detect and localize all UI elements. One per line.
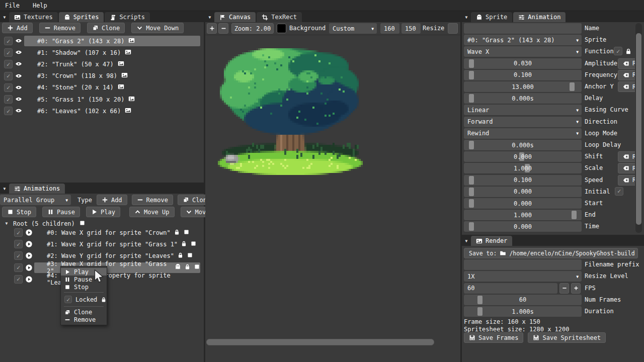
end-slider[interactable]: 1.000 — [464, 210, 582, 220]
play-all-button[interactable]: Play — [86, 207, 120, 217]
animation-row-4[interactable]: #4: Position Y property for sprite "Leav… — [34, 274, 200, 285]
animation-row-2[interactable]: #2: Wave Y grid for sprite "Leaves" — [34, 250, 200, 261]
direction-select[interactable]: Forward▼ — [464, 117, 582, 127]
remove-animation-button[interactable]: Remove — [132, 195, 173, 205]
canvas-horizontal-scrollbar[interactable] — [206, 339, 434, 345]
tab-textures[interactable]: Textures — [9, 12, 58, 22]
context-menu-stop[interactable]: Stop — [61, 283, 107, 291]
canvas-collapse-arrow[interactable]: ▼ — [205, 12, 214, 22]
zoom-level-button[interactable]: Zoom: 2.00 — [231, 23, 274, 34]
play-circle-icon[interactable] — [25, 229, 33, 236]
context-menu-locked[interactable]: ✓Locked — [61, 294, 107, 305]
anchor-y-slider[interactable]: 13.000 — [464, 81, 582, 92]
background-mode-select[interactable]: Custom▼ — [329, 23, 377, 34]
sprite-visible-checkbox[interactable]: ✓ — [4, 37, 13, 45]
sprites-collapse-arrow[interactable]: ▼ — [0, 12, 9, 22]
function-select[interactable]: Wave X▼ — [464, 46, 582, 57]
context-menu-clone[interactable]: Clone — [61, 308, 107, 316]
play-circle-icon[interactable] — [25, 264, 33, 272]
time-slider[interactable]: 0.000 — [464, 221, 582, 232]
animation-type-select[interactable]: Parallel Group▼ — [0, 195, 71, 205]
zoom-in-button[interactable] — [207, 23, 217, 34]
reset-button[interactable]: Reset — [618, 81, 635, 92]
function-locked-checkbox[interactable]: ✓ — [614, 47, 622, 55]
sprite-visible-checkbox[interactable]: ✓ — [4, 83, 13, 92]
eye-icon[interactable] — [15, 72, 22, 79]
animation-enabled-checkbox[interactable]: ✓ — [14, 240, 23, 248]
animation-row-3[interactable]: #3: Wave X grid for sprite "Grass 2" — [34, 262, 200, 273]
sprite-select[interactable]: #0: "Grass 2" (143 x 28)▼ — [464, 35, 582, 45]
resize-level-select[interactable]: 1X▼ — [464, 271, 582, 282]
locked-checkbox[interactable]: ✓ — [64, 296, 72, 303]
animation-row-1[interactable]: #1: Wave X grid for sprite "Grass 1" — [34, 239, 200, 249]
animation-enabled-checkbox[interactable]: ✓ — [14, 228, 23, 237]
play-circle-icon[interactable] — [25, 276, 33, 283]
play-circle-icon[interactable] — [25, 252, 33, 259]
filename-prefix-input[interactable] — [464, 259, 582, 270]
initial-slider[interactable]: 0.000 — [464, 187, 582, 197]
fps-input[interactable]: 60 — [464, 283, 557, 294]
inspector-scrollbar-thumb[interactable] — [636, 33, 641, 225]
sprite-visible-checkbox[interactable]: ✓ — [4, 60, 13, 68]
sprite-row-4[interactable]: #4: "Stone" (20 x 14) — [24, 82, 200, 93]
move-down-button[interactable]: Move Down — [131, 23, 184, 33]
sprite-row-0[interactable]: #0: "Grass 2" (143 x 28) — [24, 36, 200, 46]
speed-slider[interactable]: 0.100 — [464, 175, 582, 186]
pause-all-button[interactable]: Pause — [42, 207, 80, 217]
loop-delay-slider[interactable]: 0.000s — [464, 140, 582, 150]
canvas-height-input[interactable]: 150 — [401, 23, 421, 34]
tab-animations[interactable]: Animations — [9, 184, 65, 194]
initial-value-checkbox[interactable]: ✓ — [615, 187, 623, 196]
canvas-width-input[interactable]: 160 — [380, 23, 399, 34]
eye-icon[interactable] — [15, 107, 22, 114]
tab-render[interactable]: Render — [471, 236, 512, 246]
reset-button[interactable]: Reset — [618, 163, 635, 173]
stop-square-icon[interactable] — [79, 220, 86, 226]
context-menu-remove[interactable]: Remove — [61, 316, 107, 323]
duration-slider[interactable]: 1.000s — [464, 306, 582, 317]
clone-sprite-button[interactable]: Clone — [87, 23, 125, 33]
play-circle-icon[interactable] — [25, 240, 33, 248]
save-to-button[interactable]: Save to:/home/encelo/nCine/SpookyGhost-b… — [464, 248, 638, 258]
frequency-slider[interactable]: 0.100 — [464, 70, 582, 80]
animation-enabled-checkbox[interactable]: ✓ — [14, 275, 23, 284]
loop-mode-select[interactable]: Rewind▼ — [464, 128, 582, 139]
animations-collapse-arrow[interactable]: ▼ — [0, 184, 9, 194]
remove-sprite-button[interactable]: Remove — [39, 23, 80, 33]
resize-apply-button[interactable] — [448, 23, 458, 34]
eye-icon[interactable] — [15, 37, 22, 44]
sprite-row-6[interactable]: #6: "Leaves" (102 x 66) — [24, 106, 200, 116]
sprite-row-5[interactable]: #5: "Grass 1" (150 x 20) — [24, 94, 200, 105]
sprite-row-1[interactable]: #1: "Shadow" (107 x 16) — [24, 47, 200, 58]
sprite-row-2[interactable]: #2: "Trunk" (50 x 47) — [24, 59, 200, 69]
animation-enabled-checkbox[interactable]: ✓ — [14, 251, 23, 260]
fps-increase-button[interactable] — [571, 283, 581, 294]
reset-button[interactable]: Reset — [618, 175, 635, 186]
shift-slider[interactable]: 0.000 — [464, 151, 582, 162]
stop-all-button[interactable]: Stop — [2, 207, 36, 217]
add-sprite-button[interactable]: Add — [2, 23, 33, 33]
eye-icon[interactable] — [15, 49, 22, 56]
delay-slider[interactable]: 0.000s — [464, 93, 582, 104]
menu-file[interactable]: File — [5, 2, 20, 9]
sprite-row-3[interactable]: #3: "Crown" (118 x 98) — [24, 71, 200, 81]
animation-row-0[interactable]: #0: Wave X grid for sprite "Crown" — [34, 227, 200, 238]
tab-scripts[interactable]: Scripts — [105, 12, 150, 22]
reset-button[interactable]: Reset — [618, 70, 635, 80]
sprite-visible-checkbox[interactable]: ✓ — [4, 95, 13, 104]
sprite-visible-checkbox[interactable]: ✓ — [4, 107, 13, 115]
sprite-visible-checkbox[interactable]: ✓ — [4, 72, 13, 80]
tab-canvas[interactable]: Canvas — [214, 12, 256, 22]
menu-help[interactable]: Help — [33, 2, 47, 9]
render-collapse-arrow[interactable]: ▼ — [462, 236, 471, 246]
reset-button[interactable]: Reset — [618, 58, 635, 69]
scale-slider[interactable]: 1.000 — [464, 163, 582, 173]
save-frames-button[interactable]: Save Frames — [464, 332, 523, 343]
animation-enabled-checkbox[interactable]: ✓ — [14, 263, 23, 272]
reset-button[interactable]: Reset — [618, 151, 635, 162]
eye-icon[interactable] — [15, 60, 22, 67]
tab-texrect[interactable]: TexRect — [257, 12, 302, 22]
easing-curve-select[interactable]: Linear▼ — [464, 105, 582, 115]
sprite-visible-checkbox[interactable]: ✓ — [4, 48, 13, 57]
background-color-swatch[interactable] — [277, 24, 286, 33]
